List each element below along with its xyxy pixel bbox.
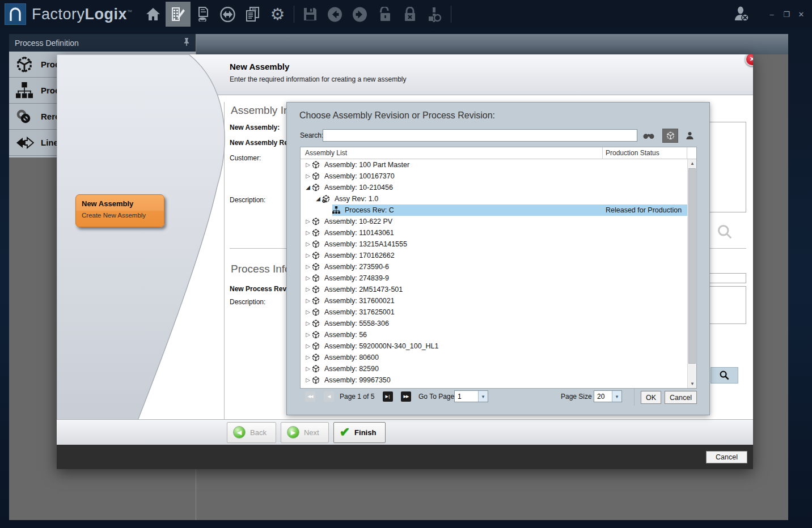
goto-page-select[interactable]: 1▾	[454, 390, 488, 402]
first-page-button[interactable]: ◀◀	[305, 391, 315, 402]
lock-cancel-icon[interactable]	[397, 2, 422, 27]
expander-collapsed-icon[interactable]: ▷	[304, 284, 312, 295]
pin-icon[interactable]	[183, 38, 190, 48]
user-logout-icon[interactable]	[729, 2, 754, 27]
expander-collapsed-icon[interactable]: ▷	[304, 329, 312, 340]
assembly-filter-icon[interactable]	[662, 129, 678, 143]
tree-row[interactable]: ▷Assembly: 82590	[301, 363, 687, 374]
next-button[interactable]: ▶ Next	[281, 422, 329, 443]
expander-collapsed-icon[interactable]: ▷	[304, 239, 312, 250]
forward-icon[interactable]	[348, 2, 373, 27]
tree-row-selected[interactable]: Process Rev: CReleased for Production	[301, 205, 687, 216]
expander-collapsed-icon[interactable]: ▷	[304, 171, 312, 182]
expander-collapsed-icon[interactable]: ▷	[304, 227, 312, 239]
expander-collapsed-icon[interactable]: ▷	[304, 159, 312, 171]
expander-collapsed-icon[interactable]: ▷	[304, 216, 312, 227]
scroll-thumb[interactable]	[688, 168, 696, 364]
search-button[interactable]	[710, 367, 738, 384]
expander-collapsed-icon[interactable]: ▷	[304, 295, 312, 306]
tree-row[interactable]: ▷Assembly: 5920000N-340_100_HL1	[301, 340, 687, 352]
toolbar-separator	[294, 6, 294, 23]
tooltip-body: Create New Assembly	[82, 212, 158, 219]
tree-row[interactable]: ▷Assembly: 317625001	[301, 306, 687, 318]
assembly-cube-icon	[312, 229, 322, 237]
assembly-cube-icon	[312, 172, 322, 180]
next-page-button[interactable]: ▶❘	[383, 391, 393, 402]
import-document-icon[interactable]	[191, 2, 215, 27]
tree-row-label: Process Rev: C	[345, 206, 394, 214]
tree-row-label: Assembly: 5558-306	[324, 320, 389, 327]
last-page-button[interactable]: ▶▶	[401, 391, 411, 402]
tree-row[interactable]: ▷Assembly: 99967350	[301, 374, 687, 386]
tree-row[interactable]: ▷Assembly: 317600021	[301, 295, 687, 306]
back-icon[interactable]	[323, 2, 348, 27]
app-toolbar: FactoryLogix™ ⚙ – ❐ ✕	[0, 0, 812, 28]
tree-row[interactable]: ▷Assembly: 100167370	[301, 171, 687, 182]
expander-collapsed-icon[interactable]: ▷	[304, 261, 312, 272]
search-input[interactable]	[323, 129, 637, 142]
expander-collapsed-icon[interactable]: ▷	[304, 352, 312, 363]
expander-collapsed-icon[interactable]: ▷	[304, 340, 312, 352]
home-icon[interactable]	[141, 2, 166, 27]
tree-row-label: Assembly: 317625001	[324, 308, 395, 316]
binoculars-filter-icon[interactable]	[641, 129, 656, 143]
tree-row[interactable]: ▷Assembly: 10-622 PV	[301, 216, 687, 227]
process-description-label: Description:	[230, 298, 265, 306]
tree-row[interactable]: ▷Assembly: 100 Part Master	[301, 159, 687, 171]
page-indicator: Page 1 of 5	[340, 393, 374, 401]
tree-row[interactable]: ▷Assembly: 80600	[301, 352, 687, 363]
scroll-down-icon[interactable]: ▼	[688, 380, 697, 388]
minimize-button[interactable]: –	[764, 10, 779, 19]
tree-row[interactable]: ▷Assembly: 110143061	[301, 227, 687, 239]
back-button[interactable]: ◀ Back	[227, 422, 276, 443]
sync-icon[interactable]	[215, 2, 240, 27]
expander-collapsed-icon[interactable]: ▷	[304, 374, 312, 386]
tree-row[interactable]: ▷Assembly: 56	[301, 329, 687, 340]
tree-row[interactable]: ▷Assembly: 2M51473-501	[301, 284, 687, 295]
expander-collapsed-icon[interactable]: ▷	[304, 250, 312, 261]
table-header: Assembly List Production Status	[301, 147, 696, 159]
ok-button[interactable]: OK	[641, 391, 661, 404]
new-assembly-tooltip: New Assembly Create New Assembly	[75, 194, 164, 227]
expander-collapsed-icon[interactable]: ▷	[304, 306, 312, 318]
assembly-table: Assembly List Production Status ▷Assembl…	[300, 147, 697, 389]
content-header-band	[196, 34, 788, 54]
tree-row[interactable]: ▷Assembly: 274839-9	[301, 272, 687, 284]
assembly-cube-icon	[312, 274, 322, 282]
factorylogix-logo	[5, 3, 26, 25]
audit-search-icon[interactable]	[422, 2, 447, 27]
process-revision-icon	[332, 206, 342, 214]
expander-collapsed-icon[interactable]: ▷	[304, 272, 312, 284]
tree-row-label: Assembly: 2M51473-501	[324, 286, 403, 293]
tree-row[interactable]: ◢Assembly: 10-210456	[301, 182, 687, 193]
expander-collapsed-icon[interactable]: ▷	[304, 318, 312, 329]
expander-expanded-icon[interactable]: ◢	[304, 182, 312, 193]
expander-collapsed-icon[interactable]: ▷	[304, 363, 312, 374]
tree-row-label: Assembly: 110143061	[324, 229, 394, 237]
settings-gear-icon[interactable]: ⚙	[265, 2, 290, 27]
close-button[interactable]: ✕	[794, 10, 809, 19]
save-icon[interactable]	[298, 2, 323, 27]
prev-page-button[interactable]: ◀	[324, 391, 334, 402]
picker-cancel-button[interactable]: Cancel	[665, 391, 697, 404]
maximize-button[interactable]: ❐	[779, 10, 794, 19]
tree-row[interactable]: ◢Assy Rev: 1.0	[301, 193, 687, 205]
unlock-icon[interactable]	[373, 2, 397, 27]
tree-row[interactable]: ▷Assembly: 13215A141555	[301, 239, 687, 250]
finish-button[interactable]: ✔ Finish	[333, 422, 386, 443]
scrollbar[interactable]: ▲ ▼	[687, 159, 696, 388]
edit-definitions-icon[interactable]	[166, 2, 191, 27]
assembly-cube-icon	[312, 308, 322, 316]
page-size-select[interactable]: 20▾	[594, 390, 622, 402]
copy-pages-icon[interactable]	[240, 2, 265, 27]
tree-row[interactable]: ▷Assembly: 273590-6	[301, 261, 687, 272]
col-assembly-list[interactable]: Assembly List	[305, 149, 347, 157]
dialog-cancel-button[interactable]: Cancel	[706, 451, 747, 463]
tree-row[interactable]: ▷Assembly: 170162662	[301, 250, 687, 261]
expander-expanded-icon[interactable]: ◢	[314, 193, 322, 205]
tree-row[interactable]: ▷Assembly: 5558-306	[301, 318, 687, 329]
person-filter-icon[interactable]	[682, 129, 697, 143]
product-cube-icon	[16, 56, 35, 73]
scroll-up-icon[interactable]: ▲	[688, 159, 697, 168]
col-production-status[interactable]: Production Status	[606, 149, 659, 157]
